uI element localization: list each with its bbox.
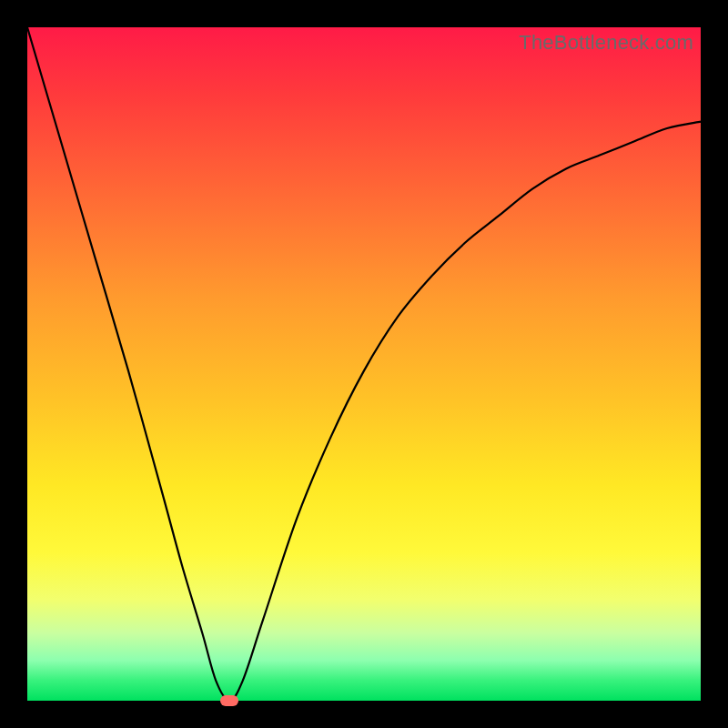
plot-area: TheBottleneck.com bbox=[27, 27, 701, 701]
chart-frame: TheBottleneck.com bbox=[0, 0, 728, 728]
minimum-marker bbox=[220, 695, 238, 706]
curve-path bbox=[27, 27, 701, 701]
bottleneck-curve bbox=[27, 27, 701, 701]
